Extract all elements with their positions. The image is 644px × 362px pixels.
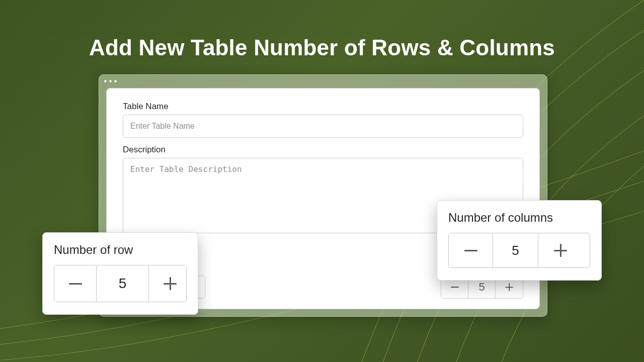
columns-callout: Number of columns 5 xyxy=(437,200,602,281)
columns-decrement-button[interactable] xyxy=(449,233,493,267)
table-name-field: Table Name xyxy=(123,102,523,138)
table-name-input[interactable] xyxy=(123,115,523,138)
window-titlebar xyxy=(99,75,547,87)
rows-value[interactable]: 5 xyxy=(97,265,149,302)
rows-decrement-button[interactable] xyxy=(54,265,97,302)
window-dot-icon xyxy=(109,80,112,82)
description-label: Description xyxy=(123,145,523,155)
rows-stepper-label: Number of row xyxy=(54,243,187,257)
columns-value[interactable]: 5 xyxy=(493,233,538,267)
rows-increment-button[interactable] xyxy=(149,265,187,302)
page-title: Add New Table Number of Rows & Columns xyxy=(0,35,644,60)
columns-stepper-label: Number of columns xyxy=(448,211,590,225)
plus-icon xyxy=(554,244,567,257)
table-name-label: Table Name xyxy=(123,102,523,112)
window-dot-icon xyxy=(114,80,117,82)
columns-increment-button[interactable] xyxy=(538,233,583,267)
window-dot-icon xyxy=(104,80,107,82)
columns-stepper: 5 xyxy=(448,233,590,268)
rows-stepper: 5 xyxy=(54,265,187,302)
minus-icon xyxy=(464,250,477,251)
minus-icon xyxy=(69,283,82,285)
plus-icon xyxy=(164,277,177,290)
rows-callout: Number of row 5 xyxy=(42,232,198,315)
